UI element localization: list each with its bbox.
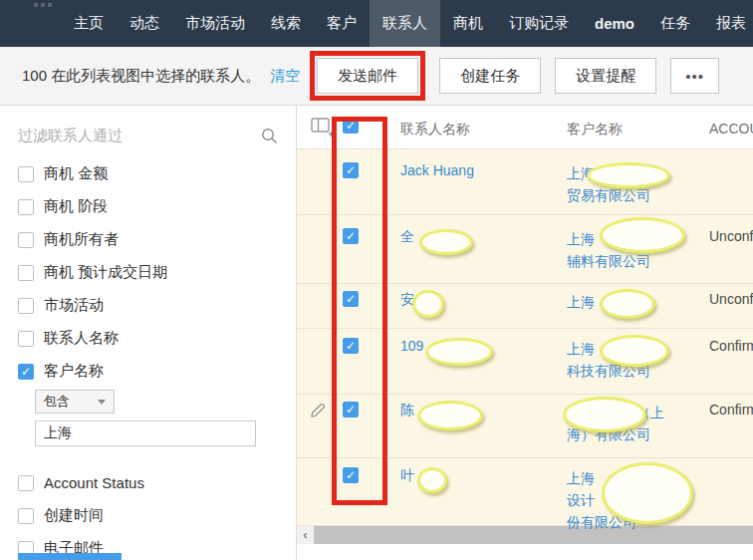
column-header-contact-name[interactable]: 联系人名称 [400,121,470,139]
checkbox[interactable] [18,364,34,380]
filter-label: 客户名称 [44,362,104,381]
table-row[interactable]: 安 上海 Unconfirmed [297,284,753,329]
checkbox[interactable] [18,232,34,248]
scroll-left-arrow[interactable]: ‹ [297,526,314,544]
filter-item-deal-stage: 商机 阶段 [0,190,296,223]
row-checkbox[interactable] [343,338,359,354]
redaction-oval [602,462,693,524]
nav-tab-campaigns[interactable]: 市场活动 [172,0,258,47]
checkbox[interactable] [18,199,34,215]
filter-item-campaign: 市场活动 [0,289,296,322]
checkbox[interactable] [18,166,34,182]
redaction-oval [417,401,483,430]
nav-tab-demo[interactable]: demo [582,0,647,47]
row-checkbox[interactable] [343,291,359,307]
filter-search-row[interactable]: 过滤联系人通过 [0,122,296,149]
nav-tab-orders[interactable]: 订购记录 [496,0,582,47]
checkbox[interactable] [18,265,34,281]
row-checkbox[interactable] [343,467,359,483]
filter-item-account-name: 客户名称 [0,355,296,388]
nav-tab-home[interactable]: 主页 [61,0,117,47]
account-status-value: Unconfirmed [709,228,753,244]
operator-label: 包含 [44,393,98,411]
checkbox[interactable] [18,298,34,314]
nav-tab-feeds[interactable]: 动态 [117,0,172,47]
column-header-account-name[interactable]: 客户名称 [567,121,623,139]
nav-tab-contacts[interactable]: 联系人 [370,0,440,47]
filter-sidebar: 过滤联系人通过 商机 金额 商机 阶段 商机所有者 [0,106,297,560]
grid-dots-icon [34,3,52,7]
filter-item-deal-closing-date: 商机 预计成交日期 [0,256,296,289]
table-row[interactable]: 陈 （上 海）有限公司 Confirmed [297,395,753,458]
nav-tab-accounts[interactable]: 客户 [314,0,370,47]
redaction-oval [417,467,447,493]
row-checkbox[interactable] [343,402,359,418]
account-name-filter-controls: 包含 [0,390,296,452]
redaction-oval [419,229,473,255]
set-reminder-button[interactable]: 设置提醒 [555,58,656,94]
row-checkbox[interactable] [343,162,359,178]
nav-tab-reports[interactable]: 报表 [703,0,753,47]
filter-value-input[interactable] [35,420,256,446]
table-row[interactable]: 全 上海 辅料有限公司 Unconfirmed [297,215,753,284]
filter-label: 商机 阶段 [44,197,108,216]
contacts-table: 联系人名称 客户名称 ACCOUNT STATUS Jack Huang 上海 … [297,106,753,560]
nav-tabs: 主页 动态 市场活动 线索 客户 联系人 商机 订购记录 demo 任务 报表 … [61,0,753,47]
more-actions-button[interactable]: ••• [670,58,719,94]
send-email-button[interactable]: 发送邮件 [317,58,418,94]
filter-label: 商机所有者 [44,230,119,249]
checkbox[interactable] [18,475,34,491]
create-task-button[interactable]: 创建任务 [439,58,541,94]
filter-list: 商机 金额 商机 阶段 商机所有者 商机 预计成交日期 市场活动 [0,157,296,560]
filter-label: 商机 预计成交日期 [44,263,167,282]
filter-item-account-status: Account Status [0,466,296,499]
checkbox[interactable] [18,508,34,524]
filter-item-deal-amount: 商机 金额 [0,157,296,190]
redaction-oval [600,335,669,367]
table-header-row: 联系人名称 客户名称 ACCOUNT STATUS [297,106,753,149]
redaction-oval [412,290,444,318]
filter-label: 联系人名称 [44,329,119,348]
insert-column-icon[interactable] [311,118,334,138]
clear-selection-link[interactable]: 清空 [270,67,300,86]
filter-label: 商机 金额 [44,164,108,183]
search-icon[interactable] [261,128,278,144]
contact-name-link[interactable]: Jack Huang [400,162,565,178]
redaction-oval [563,397,646,432]
account-status-value: Confirmed [709,402,753,418]
filter-label: Account Status [44,474,144,491]
apply-filter-button[interactable] [18,553,122,560]
redaction-oval [425,338,493,366]
column-header-account-status[interactable]: ACCOUNT STATUS [709,121,753,137]
table-row[interactable]: Jack Huang 上海 贸易有限公司 [297,149,753,215]
filter-item-contact-name: 联系人名称 [0,322,296,355]
account-status-value: Unconfirmed [709,291,753,307]
account-status-value: Confirmed [709,338,753,354]
table-row[interactable]: 109 上海 科技有限公司 Confirmed [297,329,753,395]
operator-dropdown[interactable]: 包含 [35,390,115,414]
filter-item-deal-owner: 商机所有者 [0,223,296,256]
filter-label: 市场活动 [44,296,104,315]
checkbox[interactable] [18,331,34,347]
select-all-checkbox[interactable] [343,118,359,134]
filter-title: 过滤联系人通过 [18,127,261,145]
redaction-oval [600,289,655,319]
mass-action-bar: 100 在此列表视图中选择的联系人。 清空 发送邮件 创建任务 设置提醒 ••• [0,47,753,106]
nav-tab-leads[interactable]: 线索 [258,0,314,47]
chevron-down-icon [98,400,106,405]
selection-count-text: 100 在此列表视图中选择的联系人。 [22,67,260,86]
redaction-oval [587,162,670,188]
nav-tab-deals[interactable]: 商机 [440,0,496,47]
send-email-highlight-box: 发送邮件 [310,51,425,101]
content-area: 过滤联系人通过 商机 金额 商机 阶段 商机所有者 [0,106,753,560]
filter-item-created-time: 创建时间 [0,499,296,532]
edit-pencil-icon[interactable] [310,402,327,419]
table-row[interactable]: 叶 上海 设计 份有限公司 [297,458,753,526]
top-navigation: 主页 动态 市场活动 线索 客户 联系人 商机 订购记录 demo 任务 报表 … [0,0,753,47]
nav-tab-tasks[interactable]: 任务 [647,0,703,47]
crm-window: 主页 动态 市场活动 线索 客户 联系人 商机 订购记录 demo 任务 报表 … [0,0,753,560]
filter-label: 创建时间 [44,506,104,525]
redaction-oval [600,217,685,253]
row-checkbox[interactable] [343,228,359,244]
